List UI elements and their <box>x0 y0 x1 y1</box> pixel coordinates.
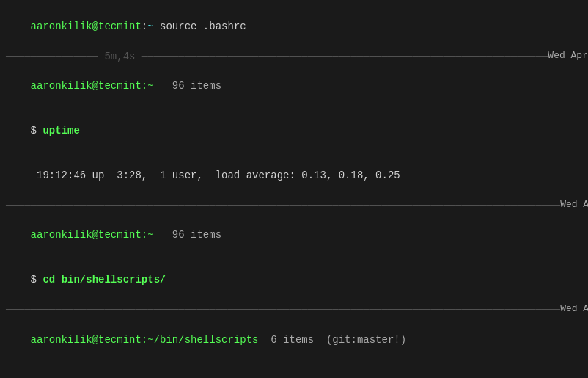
divider-3: ────────────────────────────────────────… <box>6 302 582 317</box>
prompt-info-2: aaronkilik@tecmint:~ 96 items <box>6 213 582 258</box>
divider-2: ────────────────────────────────────────… <box>6 198 582 213</box>
divider-1: ─────────────── 5m,4s ──────────────────… <box>6 49 582 64</box>
prompt-info-1: aaronkilik@tecmint:~ 96 items <box>6 64 582 109</box>
uptime-output: 19:12:46 up 3:28, 1 user, load average: … <box>6 153 582 198</box>
line-cd: $ cd bin/shellscripts/ <box>6 258 582 302</box>
terminal: aaronkilik@tecmint:~ source .bashrc ────… <box>0 0 588 378</box>
line-ls: $ ls <box>6 362 582 378</box>
command-source: source .bashrc <box>160 21 246 32</box>
prompt-path: ~ <box>147 21 153 32</box>
line-1: aaronkilik@tecmint:~ source .bashrc <box>6 4 582 49</box>
prompt-info-3: aaronkilik@tecmint:~/bin/shellscripts 6 … <box>6 317 582 362</box>
line-uptime: $ uptime <box>6 109 582 153</box>
prompt-user: aaronkilik@tecmint <box>31 21 142 32</box>
